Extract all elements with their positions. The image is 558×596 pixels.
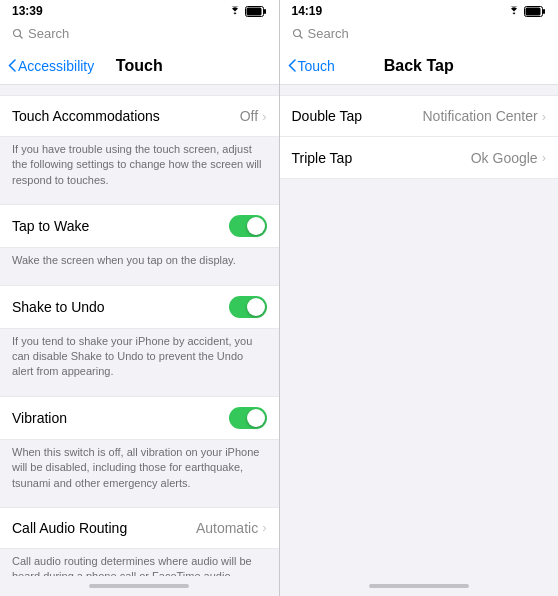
left-content: Touch Accommodations Off › If you have t… xyxy=(0,85,279,576)
right-status-icons xyxy=(507,6,546,17)
call-audio-routing-value: Automatic › xyxy=(196,520,267,536)
left-home-bar xyxy=(89,584,189,588)
double-tap-chevron: › xyxy=(542,109,546,124)
touch-accommodations-label: Touch Accommodations xyxy=(12,108,160,124)
touch-accommodations-chevron: › xyxy=(262,109,266,124)
right-status-bar: 14:19 xyxy=(280,0,559,22)
left-nav-header: Accessibility Touch xyxy=(0,47,279,85)
shake-to-undo-toggle[interactable] xyxy=(229,296,267,318)
tap-to-wake-label: Tap to Wake xyxy=(12,218,89,234)
left-time: 13:39 xyxy=(12,4,43,18)
left-status-icons xyxy=(228,6,267,17)
call-audio-routing-chevron: › xyxy=(262,520,266,535)
vibration-toggle[interactable] xyxy=(229,407,267,429)
svg-rect-7 xyxy=(526,7,541,15)
left-screen: 13:39 Search Accessib xyxy=(0,0,279,596)
right-nav-header: Touch Back Tap xyxy=(280,47,559,85)
double-tap-label: Double Tap xyxy=(292,108,363,124)
left-back-button[interactable]: Accessibility xyxy=(8,58,94,74)
right-search-bar: Search xyxy=(280,22,559,47)
right-back-label: Touch xyxy=(298,58,335,74)
svg-point-8 xyxy=(293,29,300,36)
search-icon-right xyxy=(292,28,304,40)
right-home-indicator xyxy=(280,576,559,596)
call-audio-routing-description: Call audio routing determines where audi… xyxy=(0,549,279,576)
touch-accommodations-row[interactable]: Touch Accommodations Off › xyxy=(0,95,279,137)
touch-accommodations-value: Off › xyxy=(240,108,267,124)
right-search-label[interactable]: Search xyxy=(308,26,349,41)
svg-line-9 xyxy=(299,35,302,38)
wifi-icon xyxy=(228,6,242,16)
left-nav-title: Touch xyxy=(116,57,163,75)
call-audio-routing-section: Call Audio Routing Automatic › Call audi… xyxy=(0,507,279,576)
right-home-bar xyxy=(369,584,469,588)
svg-rect-2 xyxy=(246,7,261,15)
chevron-left-icon-left xyxy=(8,59,16,72)
touch-accommodations-section: Touch Accommodations Off › If you have t… xyxy=(0,95,279,194)
tap-to-wake-thumb xyxy=(247,217,265,235)
shake-to-undo-label: Shake to Undo xyxy=(12,299,105,315)
svg-rect-1 xyxy=(264,9,266,14)
battery-icon-right xyxy=(524,6,546,17)
vibration-description: When this switch is off, all vibration o… xyxy=(0,440,279,497)
left-search-bar: Search xyxy=(0,22,279,47)
tap-to-wake-row[interactable]: Tap to Wake xyxy=(0,204,279,248)
tap-to-wake-description: Wake the screen when you tap on the disp… xyxy=(0,248,279,274)
double-tap-value: Notification Center › xyxy=(422,108,546,124)
triple-tap-chevron: › xyxy=(542,150,546,165)
tap-to-wake-section: Tap to Wake Wake the screen when you tap… xyxy=(0,204,279,274)
right-content: Double Tap Notification Center › Triple … xyxy=(280,85,559,576)
left-back-label: Accessibility xyxy=(18,58,94,74)
search-icon-left xyxy=(12,28,24,40)
vibration-row[interactable]: Vibration xyxy=(0,396,279,440)
shake-to-undo-row[interactable]: Shake to Undo xyxy=(0,285,279,329)
right-time: 14:19 xyxy=(292,4,323,18)
call-audio-routing-label: Call Audio Routing xyxy=(12,520,127,536)
left-home-indicator xyxy=(0,576,279,596)
right-screen: 14:19 Search Touch xyxy=(280,0,559,596)
chevron-left-icon-right xyxy=(288,59,296,72)
call-audio-routing-row[interactable]: Call Audio Routing Automatic › xyxy=(0,507,279,549)
right-back-button[interactable]: Touch xyxy=(288,58,335,74)
touch-accommodations-description: If you have trouble using the touch scre… xyxy=(0,137,279,194)
svg-rect-6 xyxy=(543,9,545,14)
vibration-section: Vibration When this switch is off, all v… xyxy=(0,396,279,497)
triple-tap-label: Triple Tap xyxy=(292,150,353,166)
wifi-icon-right xyxy=(507,6,521,16)
shake-to-undo-section: Shake to Undo If you tend to shake your … xyxy=(0,285,279,386)
triple-tap-value: Ok Google › xyxy=(471,150,546,166)
left-status-bar: 13:39 xyxy=(0,0,279,22)
shake-to-undo-description: If you tend to shake your iPhone by acci… xyxy=(0,329,279,386)
double-tap-row[interactable]: Double Tap Notification Center › xyxy=(280,95,559,137)
triple-tap-row[interactable]: Triple Tap Ok Google › xyxy=(280,137,559,179)
svg-line-4 xyxy=(20,35,23,38)
vibration-label: Vibration xyxy=(12,410,67,426)
vibration-thumb xyxy=(247,409,265,427)
tap-to-wake-toggle[interactable] xyxy=(229,215,267,237)
back-tap-options-section: Double Tap Notification Center › Triple … xyxy=(280,95,559,179)
battery-icon xyxy=(245,6,267,17)
svg-point-3 xyxy=(14,29,21,36)
left-search-label[interactable]: Search xyxy=(28,26,69,41)
shake-to-undo-thumb xyxy=(247,298,265,316)
right-nav-title: Back Tap xyxy=(384,57,454,75)
